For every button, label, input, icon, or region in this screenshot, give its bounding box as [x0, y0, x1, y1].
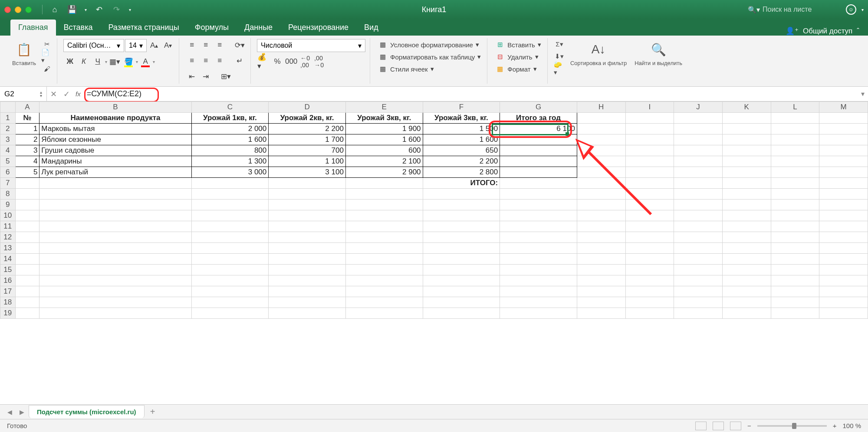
cell[interactable]: 700 — [269, 145, 346, 156]
font-name-combo[interactable]: Calibri (Осн…▾ — [63, 39, 124, 52]
tab-formulas[interactable]: Формулы — [187, 20, 237, 36]
add-sheet-button[interactable]: + — [146, 407, 159, 417]
share-button[interactable]: Общий доступ — [803, 27, 852, 36]
cell-selected[interactable]: 6 100 — [500, 124, 577, 134]
row-header[interactable]: 17 — [0, 286, 16, 297]
insert-cells-button[interactable]: ⊞Вставить ▾ — [493, 39, 543, 50]
row-header[interactable]: 12 — [0, 232, 16, 243]
cell[interactable]: 1 900 — [345, 124, 423, 134]
col-header[interactable]: M — [819, 102, 868, 113]
cell-styles-button[interactable]: ▦Стили ячеек ▾ — [376, 63, 436, 75]
cell[interactable]: 1 600 — [345, 134, 423, 145]
row-header[interactable]: 18 — [0, 297, 16, 308]
underline-button[interactable]: Ч — [91, 56, 104, 68]
cell[interactable]: 800 — [191, 145, 269, 156]
zoom-in-icon[interactable]: + — [833, 422, 837, 429]
format-painter-icon[interactable]: 🖌 — [41, 63, 53, 74]
expand-formula-bar-icon[interactable]: ▾ — [858, 90, 868, 98]
row-header[interactable]: 4 — [0, 145, 16, 156]
row-header[interactable]: 8 — [0, 189, 16, 200]
col-header[interactable]: J — [674, 102, 723, 113]
tab-review[interactable]: Рецензирование — [280, 20, 356, 36]
normal-view-icon[interactable] — [695, 422, 707, 430]
tab-view[interactable]: Вид — [356, 20, 386, 36]
maximize-window[interactable] — [25, 7, 32, 13]
row-header[interactable]: 14 — [0, 254, 16, 265]
page-break-view-icon[interactable] — [730, 422, 741, 430]
autosum-icon[interactable]: Σ▾ — [554, 39, 565, 49]
formula-input[interactable]: =СУММ(C2:E2) — [83, 89, 858, 98]
cell[interactable]: 1 100 — [269, 156, 346, 167]
cell[interactable]: Яблоки сезонные — [39, 134, 191, 145]
qat-customize-icon[interactable]: ▾ — [127, 3, 133, 16]
decrease-decimal-icon[interactable]: ,00→0 — [312, 56, 326, 68]
format-as-table-button[interactable]: ▦Форматировать как таблицу ▾ — [376, 51, 483, 62]
cell[interactable]: 2 000 — [191, 124, 269, 134]
cell[interactable]: 1 700 — [269, 134, 346, 145]
col-header[interactable]: D — [269, 102, 346, 113]
delete-cells-button[interactable]: ⊟Удалить ▾ — [493, 51, 540, 62]
paste-button[interactable]: 📋 Вставить — [10, 39, 39, 68]
cell[interactable]: ИТОГО: — [423, 178, 500, 189]
comma-icon[interactable]: 000 — [285, 56, 298, 68]
tab-insert[interactable]: Вставка — [56, 20, 101, 36]
cell[interactable]: Лук репчатый — [39, 167, 191, 178]
cell[interactable]: 2 800 — [423, 167, 500, 178]
zoom-level[interactable]: 100 % — [842, 422, 861, 429]
conditional-formatting-button[interactable]: ▦Условное форматирование ▾ — [376, 39, 481, 50]
col-header[interactable]: C — [191, 102, 269, 113]
fill-color-icon[interactable]: 🪣 — [122, 56, 135, 68]
font-color-icon[interactable]: A — [139, 56, 152, 68]
col-header[interactable]: B — [39, 102, 191, 113]
row-header[interactable]: 1 — [0, 113, 16, 124]
cell[interactable]: Урожай 3кв, кг. — [423, 113, 500, 124]
name-box-dropdown-icon[interactable]: ▴▾ — [40, 91, 42, 98]
italic-button[interactable]: К — [77, 56, 90, 68]
wrap-text-icon[interactable]: ↵ — [233, 55, 246, 67]
align-bottom-icon[interactable]: ≡ — [213, 39, 226, 51]
cell[interactable]: 2 200 — [269, 124, 346, 134]
cell[interactable]: 2 900 — [345, 167, 423, 178]
cell[interactable]: Урожай 2кв, кг. — [269, 113, 346, 124]
cell[interactable]: 3 — [15, 145, 39, 156]
increase-indent-icon[interactable]: ⇥ — [199, 70, 212, 82]
tab-data[interactable]: Данные — [237, 20, 280, 36]
align-top-icon[interactable]: ≡ — [185, 39, 198, 51]
col-header[interactable]: L — [771, 102, 819, 113]
fill-icon[interactable]: ⬇▾ — [554, 51, 565, 62]
zoom-slider[interactable] — [757, 425, 827, 427]
cell[interactable]: 1 600 — [191, 134, 269, 145]
cell[interactable] — [500, 134, 577, 145]
cell[interactable]: 600 — [345, 145, 423, 156]
row-header[interactable]: 9 — [0, 200, 16, 210]
cell[interactable]: Итого за год — [500, 113, 577, 124]
clear-icon[interactable]: 🧽▾ — [554, 63, 565, 74]
select-all-corner[interactable] — [0, 102, 16, 113]
row-header[interactable]: 11 — [0, 221, 16, 232]
minimize-window[interactable] — [15, 7, 21, 13]
enter-formula-icon[interactable]: ✓ — [60, 89, 73, 99]
save-icon[interactable]: 💾 — [65, 3, 79, 16]
borders-icon[interactable]: ▦▾ — [108, 56, 121, 68]
save-dropdown-icon[interactable]: ▾ — [82, 3, 89, 16]
cancel-formula-icon[interactable]: ✕ — [47, 89, 60, 99]
find-select-button[interactable]: 🔍 Найти и выделить — [632, 39, 685, 68]
zoom-out-icon[interactable]: − — [747, 422, 751, 429]
font-size-combo[interactable]: 14▾ — [125, 39, 147, 52]
home-icon[interactable]: ⌂ — [48, 3, 62, 16]
collapse-ribbon-icon[interactable]: ˆ — [857, 27, 859, 36]
sheet-area[interactable]: A B C D E F G H I J K L M 1 № Наименован… — [0, 101, 868, 404]
search-box[interactable]: 🔍▾ — [748, 6, 841, 14]
align-center-icon[interactable]: ≡ — [199, 55, 212, 67]
close-window[interactable] — [4, 7, 11, 13]
cell[interactable]: Наименование продукта — [39, 113, 191, 124]
cell[interactable] — [500, 167, 577, 178]
sheet-tab[interactable]: Подсчет суммы (microexcel.ru) — [29, 405, 145, 418]
cell[interactable]: 2 100 — [345, 156, 423, 167]
cell[interactable]: Урожай 3кв, кг. — [345, 113, 423, 124]
copy-icon[interactable]: 📄▾ — [41, 51, 53, 62]
cell[interactable]: 3 000 — [191, 167, 269, 178]
cell[interactable]: Урожай 1кв, кг. — [191, 113, 269, 124]
row-header[interactable]: 16 — [0, 275, 16, 286]
cell[interactable]: № — [15, 113, 39, 124]
